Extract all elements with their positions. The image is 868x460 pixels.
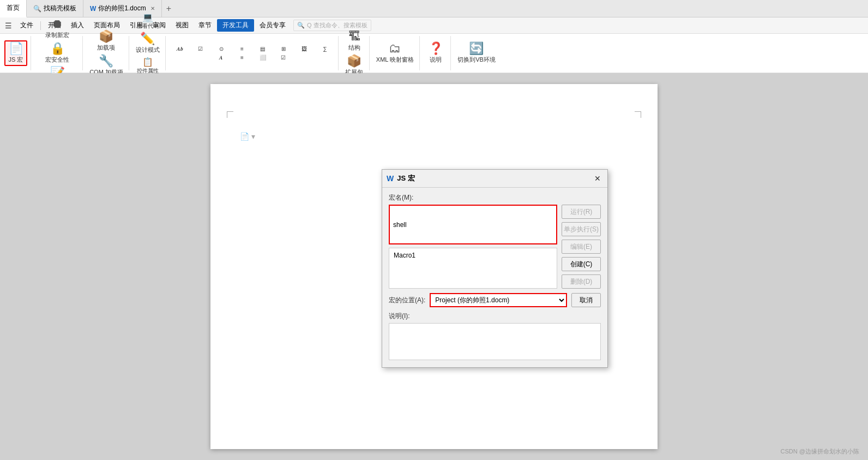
dialog-title-text: JS 宏 [397, 174, 415, 183]
location-label: 宏的位置(A): [389, 296, 425, 305]
location-row: 宏的位置(A): Project (你的帅照1.docm) 所有活动模板和文档 … [389, 293, 601, 307]
desc-label: 说明(I): [389, 312, 601, 321]
dialog-title: W JS 宏 [387, 174, 415, 183]
macro-name-input[interactable] [389, 205, 557, 244]
macro-list-item[interactable]: Macro1 [391, 250, 554, 260]
macro-name-label: 宏名(M): [389, 193, 601, 202]
dialog-button-column: 运行(R) 单步执行(S) 编辑(E) 创建(C) 删除(D) [562, 205, 601, 289]
dialog-title-icon: W [387, 174, 394, 183]
run-button[interactable]: 运行(R) [562, 205, 601, 219]
macro-list[interactable]: Macro1 [389, 248, 557, 289]
document-area: 📄 ▾ CSDN @边缘拼命划水的小陈 W JS 宏 ✕ 宏名(M): Macr… [0, 73, 868, 460]
step-button[interactable]: 单步执行(S) [562, 222, 601, 236]
location-select[interactable]: Project (你的帅照1.docm) 所有活动模板和文档 [430, 293, 567, 307]
create-button[interactable]: 创建(C) [562, 257, 601, 271]
delete-button[interactable]: 删除(D) [562, 274, 601, 289]
edit-button[interactable]: 编辑(E) [562, 240, 601, 254]
js-macro-dialog: W JS 宏 ✕ 宏名(M): Macro1 运行(R) 单步执 [382, 169, 608, 368]
macro-name-row: Macro1 运行(R) 单步执行(S) 编辑(E) 创建(C) 删除(D) [389, 205, 601, 289]
desc-textarea[interactable] [389, 323, 601, 360]
dialog-body: 宏名(M): Macro1 运行(R) 单步执行(S) 编辑(E) 创建(C) … [382, 188, 607, 367]
dialog-close-button[interactable]: ✕ [592, 173, 603, 184]
cancel-button[interactable]: 取消 [571, 293, 601, 307]
dialog-titlebar: W JS 宏 ✕ [382, 170, 607, 188]
dialog-overlay: W JS 宏 ✕ 宏名(M): Macro1 运行(R) 单步执 [0, 73, 868, 460]
